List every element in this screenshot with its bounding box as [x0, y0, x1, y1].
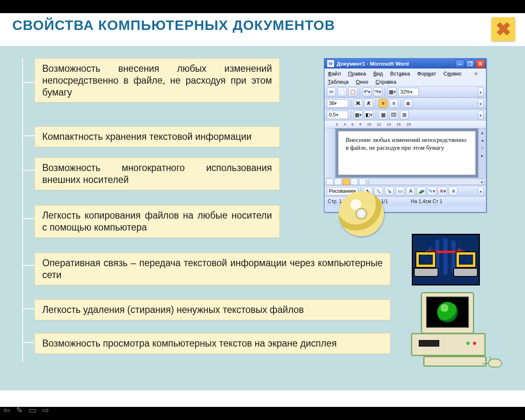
align-left-button[interactable]: ≡	[379, 99, 388, 108]
menu-file[interactable]: Файл	[328, 71, 341, 77]
align-center-button[interactable]: ≡	[389, 99, 398, 108]
cd-icon	[339, 191, 384, 236]
view-print-icon[interactable]	[342, 178, 350, 185]
font-color-icon[interactable]: A	[438, 187, 447, 196]
redo-button[interactable]: ↷	[373, 87, 382, 96]
table-button[interactable]: ▦	[388, 87, 397, 96]
vertical-ruler	[324, 128, 336, 178]
bold-button[interactable]: Ж	[354, 99, 363, 108]
toolbar-separator	[351, 99, 351, 107]
toolbar-separator	[351, 111, 351, 119]
slide: СВОЙСТВА КОМПЬЮТЕРНЫХ ДОКУМЕНТОВ ✖ Возмо…	[0, 13, 525, 407]
paste-icon[interactable]: 📋	[348, 87, 357, 96]
word-window: W Документ1 - Microsoft Word — ❐ ✕ Файл …	[324, 58, 486, 212]
ruler-tick: 14	[387, 122, 391, 126]
border-button[interactable]: ▦	[354, 110, 363, 119]
list-button[interactable]: ≣	[404, 99, 413, 108]
nav-next-icon[interactable]: ⇨	[42, 405, 49, 415]
linewidth-field[interactable]: 0,5	[327, 111, 348, 119]
menu-table[interactable]: Таблица	[328, 79, 349, 85]
toolbar-overflow-icon[interactable]: ▸	[478, 187, 484, 196]
line-color-icon[interactable]: ✎	[427, 187, 436, 196]
menu-insert[interactable]: Вставка	[390, 71, 410, 77]
shading-button[interactable]: ◧	[364, 110, 373, 119]
italic-button[interactable]: К	[364, 99, 373, 108]
toolbar-tables: 0,5 ▦ ◧ ▦ ⌧ ⊞ ▸	[324, 109, 486, 121]
maximize-button[interactable]: ❐	[466, 60, 475, 68]
toolbar-separator	[401, 99, 401, 107]
nav-pen-icon[interactable]: ✎	[16, 405, 23, 415]
browse-object-icon[interactable]: ○	[481, 146, 484, 151]
view-web-icon[interactable]	[334, 178, 342, 185]
toolbar-overflow-icon[interactable]: ▸	[478, 87, 484, 96]
menu-help[interactable]: Справка	[375, 79, 396, 85]
prev-page-icon[interactable]: ◂	[481, 138, 484, 143]
menu-view[interactable]: Вид	[373, 71, 383, 77]
zoom-field[interactable]: 32%	[398, 88, 419, 96]
nav-prev-icon[interactable]: ⇦	[3, 405, 10, 415]
window-close-button[interactable]: ✕	[476, 60, 485, 68]
copy-icon[interactable]: 📄	[338, 87, 347, 96]
bullet-3: Возможность многократного использования …	[34, 158, 280, 190]
tree-branch	[22, 82, 34, 83]
menu-edit[interactable]: Правка	[348, 71, 366, 77]
menu-service[interactable]: Сервис	[443, 71, 462, 77]
computer-icon	[415, 251, 436, 268]
split-button[interactable]: ⊞	[400, 110, 409, 119]
window-controls: — ❐ ✕	[455, 60, 485, 68]
view-reading-icon[interactable]	[359, 178, 366, 185]
menu-window[interactable]: Окно	[356, 79, 368, 85]
led-icon	[466, 342, 470, 345]
tree-branch	[22, 342, 34, 343]
close-button[interactable]: ✖	[491, 17, 515, 41]
horizontal-scrollbar[interactable]: ▸	[369, 178, 484, 185]
bullet-4: Легкость копирования файлов на любые нос…	[34, 205, 280, 238]
menu-format[interactable]: Формат	[417, 71, 436, 77]
toolbar-overflow-icon[interactable]: ▸	[478, 110, 484, 119]
fontsize-field[interactable]: 36	[327, 99, 348, 107]
ruler-tick: 6	[352, 122, 354, 126]
line-icon[interactable]: ＼	[374, 187, 383, 196]
ruler-tick: 18	[406, 122, 411, 126]
slide-header: СВОЙСТВА КОМПЬЮТЕРНЫХ ДОКУМЕНТОВ ✖	[0, 13, 525, 43]
insert-table-button[interactable]: ▦	[379, 110, 388, 119]
document-body-text: Внесение любых изменений непосредственно…	[346, 137, 466, 151]
fill-color-icon[interactable]: ◢	[417, 187, 426, 196]
view-outline-icon[interactable]	[351, 178, 358, 185]
menu-doc-close-icon[interactable]: ×	[474, 69, 478, 79]
vertical-scrollbar[interactable]: ▴ ◂ ○ ▸	[478, 128, 486, 178]
minimize-button[interactable]: —	[455, 60, 464, 68]
earth-icon	[437, 302, 458, 322]
bullet-1: Возможность внесения любых изменений неп…	[34, 58, 280, 103]
rect-icon[interactable]: ▭	[395, 187, 404, 196]
document-page[interactable]: Внесение любых изменений непосредственно…	[338, 131, 476, 175]
keyboard-icon	[453, 268, 478, 277]
led-icon	[473, 342, 476, 345]
nav-menu-icon[interactable]: ▭	[29, 405, 37, 415]
arrow-icon[interactable]: ↘	[385, 187, 394, 196]
system-unit-icon	[411, 333, 486, 356]
bullet-6: Легкость удаления (стирания) ненужных те…	[34, 299, 390, 320]
tree-branch	[22, 170, 34, 171]
next-page-icon[interactable]: ▸	[481, 153, 484, 158]
slide-body: Возможность внесения любых изменений неп…	[0, 46, 525, 390]
status-pages: 1/1	[381, 199, 388, 204]
scroll-up-icon[interactable]: ▴	[481, 130, 484, 135]
line-style-icon[interactable]: ≡	[449, 187, 458, 196]
toolbar-overflow-icon[interactable]: ▸	[478, 99, 484, 108]
undo-button[interactable]: ↶	[363, 87, 372, 96]
merge-button[interactable]: ⌧	[389, 110, 398, 119]
cut-icon[interactable]: ✂	[327, 87, 336, 96]
toolbar-separator	[376, 111, 376, 119]
textbox-icon[interactable]: A	[406, 187, 415, 196]
ruler-tick: 12	[377, 122, 381, 126]
view-normal-icon[interactable]	[326, 178, 333, 185]
toolbar-separator	[376, 99, 376, 107]
tree-branch	[22, 308, 34, 309]
tree-spine	[22, 58, 23, 362]
slide-title: СВОЙСТВА КОМПЬЮТЕРНЫХ ДОКУМЕНТОВ	[12, 17, 335, 33]
letterbox-bottom	[0, 407, 525, 420]
ruler-tick: 8	[359, 122, 361, 126]
keyboard-icon	[414, 268, 438, 277]
tree-branch	[22, 135, 34, 136]
